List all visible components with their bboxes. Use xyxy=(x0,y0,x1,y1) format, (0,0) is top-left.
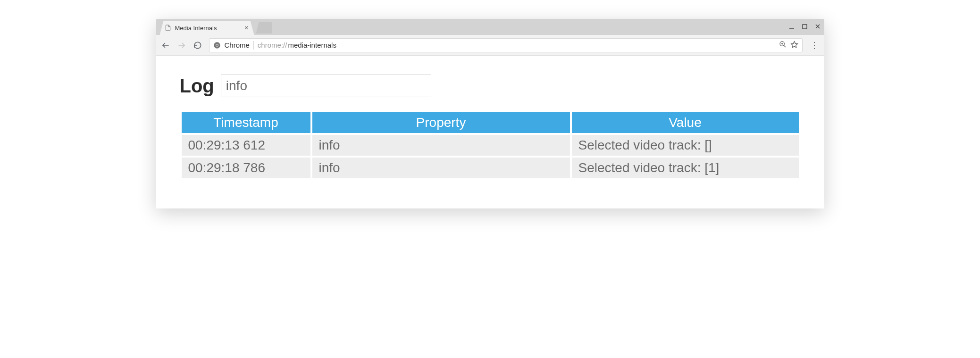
browser-tab[interactable]: Media Internals × xyxy=(160,21,254,35)
omnibox-divider xyxy=(253,41,254,50)
table-header-row: Timestamp Property Value xyxy=(182,112,799,133)
col-header-property[interactable]: Property xyxy=(312,112,570,133)
log-filter-input[interactable] xyxy=(221,75,431,97)
minimize-button[interactable] xyxy=(789,24,795,30)
close-icon[interactable]: × xyxy=(243,24,249,32)
svg-marker-13 xyxy=(791,41,797,47)
close-window-button[interactable] xyxy=(815,24,821,30)
url-scheme: chrome:// xyxy=(258,41,287,49)
log-table: Timestamp Property Value 00:29:13 612 in… xyxy=(180,110,801,180)
tab-title: Media Internals xyxy=(175,25,240,32)
page-title: Log xyxy=(180,75,214,97)
address-bar[interactable]: Chrome chrome:// media-internals xyxy=(209,38,803,52)
col-header-value[interactable]: Value xyxy=(572,112,799,133)
url-path: media-internals xyxy=(288,41,336,49)
table-row: 00:29:18 786 info Selected video track: … xyxy=(182,158,799,178)
page-content: Log Timestamp Property Value 00:29:13 61… xyxy=(156,56,824,208)
table-row: 00:29:13 612 info Selected video track: … xyxy=(182,135,799,156)
col-header-timestamp[interactable]: Timestamp xyxy=(182,112,310,133)
back-button[interactable] xyxy=(161,41,170,50)
svg-rect-1 xyxy=(803,25,807,29)
maximize-button[interactable] xyxy=(802,24,807,30)
forward-button[interactable] xyxy=(177,41,186,50)
new-tab-button[interactable] xyxy=(256,22,272,33)
zoom-icon[interactable] xyxy=(779,41,787,50)
menu-icon[interactable]: ⋮ xyxy=(809,40,820,50)
cell-value: Selected video track: [] xyxy=(572,135,799,156)
url-source-label: Chrome xyxy=(225,41,250,49)
cell-value: Selected video track: [1] xyxy=(572,158,799,178)
page-icon xyxy=(165,25,171,31)
cell-property: info xyxy=(312,135,570,156)
tab-strip: Media Internals × xyxy=(156,19,824,35)
chrome-icon xyxy=(213,42,221,49)
cell-timestamp: 00:29:13 612 xyxy=(182,135,310,156)
bookmark-star-icon[interactable] xyxy=(790,41,798,50)
browser-toolbar: Chrome chrome:// media-internals ⋮ xyxy=(156,35,824,56)
browser-window: Media Internals × xyxy=(156,19,824,208)
reload-button[interactable] xyxy=(193,41,202,50)
cell-timestamp: 00:29:18 786 xyxy=(182,158,310,178)
svg-line-10 xyxy=(784,45,786,47)
window-controls xyxy=(789,19,821,35)
svg-point-8 xyxy=(216,44,218,46)
log-header: Log xyxy=(180,75,801,97)
cell-property: info xyxy=(312,158,570,178)
